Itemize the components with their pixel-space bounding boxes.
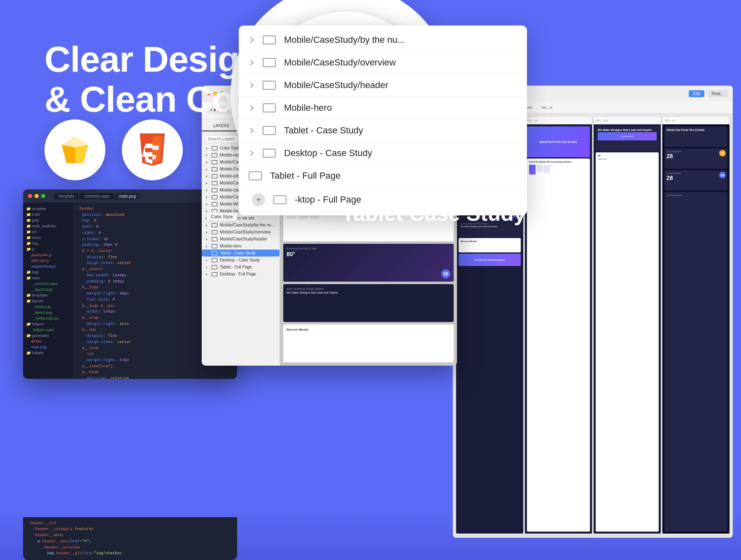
arrow-icon	[248, 150, 254, 156]
dropdown-item-2[interactable]: Mobile/CaseStudy/overview	[239, 51, 527, 74]
sidebar-slick[interactable]: slick.min.js	[23, 258, 72, 264]
sidebar-all-kits[interactable]: all kits	[23, 338, 72, 344]
svg-marker-3	[62, 145, 75, 163]
code-line-29: position: relative	[77, 376, 232, 379]
layer-label: Desktop - Case Study	[220, 258, 260, 262]
sidebar-logo[interactable]: 📁 logo	[23, 269, 72, 275]
expand-icon	[205, 266, 208, 269]
edit-btn[interactable]: Edit	[689, 90, 704, 97]
bottom-code-line-1: .header__col	[28, 520, 232, 527]
sidebar-layout[interactable]: _layout.pug	[23, 287, 72, 292]
layer-desktop-full[interactable]: Desktop - Full Page	[202, 271, 280, 278]
minimize-dot[interactable]	[35, 194, 39, 198]
preview-card-label-4: Mo...vi	[662, 117, 729, 124]
layer-label: Mobile-cta	[220, 188, 239, 192]
dropdown-label: Desktop - Case Study	[284, 148, 372, 159]
svg-marker-4	[75, 145, 88, 163]
sidebar-img[interactable]: 📁 img	[23, 240, 72, 246]
preview-card-2: Mo...ro Stand Out From The Crowd. First …	[525, 117, 592, 534]
preview-card-label-3: Mo...are	[594, 117, 661, 124]
dropdown-label: Tablet - Full Page	[270, 170, 340, 181]
dropdown-item-3[interactable]: Mobile/CaseStudy/header	[239, 74, 527, 97]
arrow-icon	[248, 82, 254, 88]
code-sidebar: 📁 template 📁 build 📁 gulp 📁 node_modules…	[23, 203, 72, 379]
dropdown-item-4[interactable]: Mobile-hero	[239, 97, 527, 119]
color-style-label: Color Style	[211, 214, 233, 219]
bottom-code-line-3: .header__menu	[28, 532, 232, 539]
sidebar-build[interactable]: 📁 build	[23, 212, 72, 217]
code-tab-sass[interactable]: template	[54, 193, 78, 199]
dropdown-label: Mobile/CaseStudy/header	[284, 80, 388, 91]
dropdown-item-tablet-full[interactable]: Tablet - Full Page	[239, 165, 527, 187]
layer-tablet-full[interactable]: Tablet - Full Page	[202, 264, 280, 271]
add-button[interactable]: +	[252, 193, 265, 206]
maximize-dot[interactable]	[41, 194, 45, 198]
tablet-case-study-text-label: Tablet Case Study	[342, 201, 526, 225]
sidebar-node[interactable]: 📁 node_modules	[23, 223, 72, 229]
sidebar-templates[interactable]: 📁 templates	[23, 292, 72, 298]
page-icon	[263, 35, 276, 44]
sidebar-icons[interactable]: 📁 icons	[23, 235, 72, 240]
layer-icon	[212, 160, 217, 164]
sidebar-layout-pug[interactable]: _layout.pug	[23, 310, 72, 315]
preview-card-content-2: Stand Out From The Crowd. First Fully Di…	[525, 124, 592, 534]
dropdown-item-1[interactable]: Mobile/CaseStudy/by the nu...	[239, 29, 527, 51]
layer-mobile-overview[interactable]: Mobile/CaseStudy/overview	[202, 229, 280, 236]
hero-title-line1: Clear Design	[44, 39, 261, 79]
preview-card-content-3: We Make Designs that Lead and Inspire. E…	[594, 124, 661, 534]
layer-mobile-bynu[interactable]: Mobile/CaseStudy/by the nu...	[202, 222, 280, 229]
sidebar-media[interactable]: _media-logo.pu	[23, 315, 72, 321]
layer-mobile-header[interactable]: Mobile/CaseStudy/header	[202, 236, 280, 243]
layer-label: Tablet - Case Study	[220, 251, 256, 255]
bottom-code-line-5: .header__preview	[28, 545, 232, 551]
layer-label: Mobile-job	[220, 174, 239, 178]
sidebar-main[interactable]: main.pug	[23, 344, 72, 350]
sidebar-sass[interactable]: 📁 sass	[23, 275, 72, 281]
layer-icon	[212, 244, 217, 248]
sidebar-gulp[interactable]: 📁 gulp	[23, 217, 72, 223]
sidebar-ballabs[interactable]: 📁 ballabs	[23, 350, 72, 356]
layer-icon	[212, 167, 217, 171]
layer-label: Mobile/CaseStudy/by the nu...	[220, 223, 275, 227]
sketch-icon	[58, 135, 91, 165]
sidebar-head-pug[interactable]: _head.pug	[23, 304, 72, 310]
preview-card-label-2: Mo...ro	[525, 117, 592, 124]
sidebar-common[interactable]: _common.sass	[23, 281, 72, 287]
sidebar-angular[interactable]: angular/body.js	[23, 264, 72, 269]
layer-icon	[212, 230, 217, 234]
sidebar-generated[interactable]: 📁 generated	[23, 333, 72, 338]
layer-mobile-hero[interactable]: Mobile-hero	[202, 243, 280, 250]
dropdown-label: Mobile/CaseStudy/overview	[284, 57, 396, 68]
layer-icon	[212, 181, 217, 185]
sidebar-layouts[interactable]: 📁 layouts	[23, 298, 72, 304]
sidebar-helpers[interactable]: 📁 helpers	[23, 321, 72, 327]
sidebar-jquery[interactable]: jquery.min.js	[23, 252, 72, 258]
layer-icon	[212, 188, 217, 192]
sidebar-js[interactable]: 📁 js	[23, 246, 72, 252]
page-icon	[263, 103, 276, 112]
preview-tab-mo-vi[interactable]: Mo...vi	[537, 104, 557, 111]
code-tab-file2[interactable]: main.pug	[115, 193, 140, 199]
preview-card-content-4: Stand Out From The Crowd. by the Numbers…	[662, 124, 729, 534]
layer-icon	[212, 195, 217, 199]
layer-icon	[212, 258, 217, 262]
code-tab-file1[interactable]: .common.sass	[79, 193, 114, 199]
expand-icon	[205, 231, 208, 234]
sketch-logo-circle	[44, 119, 105, 180]
layer-tablet-case[interactable]: Tablet - Case Study	[202, 250, 280, 257]
expand-icon	[205, 154, 208, 157]
sidebar-template[interactable]: 📁 template	[23, 206, 72, 212]
layer-desktop-case[interactable]: Desktop - Case Study	[202, 257, 280, 264]
sidebar-src[interactable]: 📁 src	[23, 229, 72, 235]
sidebar-helpers-sass[interactable]: helpers.sass	[23, 327, 72, 333]
tablet-case-study-overlay: Tablet Case Study	[342, 202, 526, 225]
arrow-icon	[248, 37, 254, 43]
layer-icon	[212, 153, 217, 157]
dropdown-item-desktop-case[interactable]: Desktop - Case Study	[239, 142, 527, 165]
arrow-icon	[248, 60, 254, 65]
bottom-code-line-6: img.header__pic(src="img/chatbox.	[28, 551, 232, 557]
expand-icon	[205, 147, 208, 150]
rotate-btn[interactable]: Rota...	[708, 90, 728, 97]
dropdown-item-tablet-case[interactable]: Tablet - Case Study	[239, 119, 527, 142]
close-dot[interactable]	[28, 194, 32, 198]
